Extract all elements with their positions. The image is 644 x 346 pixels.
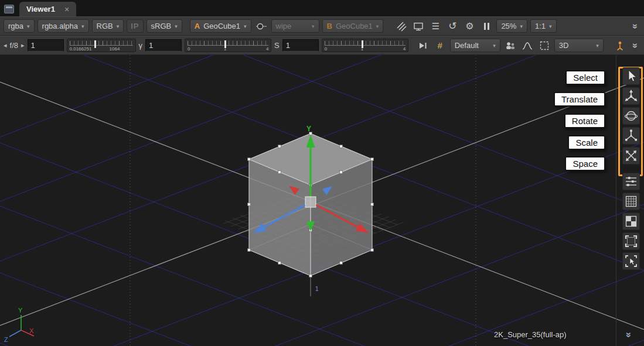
slider-baseline (188, 45, 268, 46)
gamma-tick-0: 0 (188, 46, 190, 52)
viewport-scene: 1 (0, 55, 644, 346)
axis-x-label: X (29, 327, 34, 334)
chevron-down-icon: ▾ (376, 23, 379, 29)
pause-icon[interactable] (479, 19, 493, 33)
pixel-aspect-label: 1:1 (535, 22, 546, 30)
input-process-toggle-icon[interactable] (416, 39, 430, 53)
input-process-button[interactable]: IP (127, 19, 143, 33)
saturation-slider-handle[interactable] (362, 40, 363, 48)
close-icon[interactable]: × (64, 5, 69, 14)
expand-toolbar-icon[interactable]: » (630, 40, 640, 51)
gamma-tick-4: 4 (266, 46, 268, 52)
chevron-down-icon: ▾ (596, 43, 599, 49)
side-toolbar-separator (616, 55, 616, 346)
grid-coord-label: 1 (315, 286, 319, 292)
gamma-slider-handle[interactable] (224, 40, 226, 48)
gain-max-label: 1064 (110, 46, 120, 52)
menu-lines-icon[interactable]: ☰ (428, 19, 442, 33)
interaction-mode-icon[interactable] (613, 39, 627, 53)
display-properties-button[interactable] (622, 173, 640, 190)
chevron-down-icon: ▾ (117, 23, 120, 29)
annotation-space: Space (565, 156, 605, 171)
colorspace-dropdown[interactable]: sRGB ▾ (146, 19, 182, 33)
input-a-label: GeoCube1 (203, 22, 240, 30)
tab-bar: Viewer1 × (0, 0, 644, 16)
translate-tool-button[interactable] (622, 87, 640, 105)
chevron-down-icon: ▾ (312, 23, 315, 29)
tab-viewer1[interactable]: Viewer1 × (19, 2, 76, 16)
checker-view-button[interactable] (622, 213, 640, 230)
gain-input[interactable] (28, 39, 64, 52)
input-a-dropdown[interactable]: A GeoCube1 ▾ (190, 19, 251, 33)
expand-toolbar-icon[interactable]: » (630, 21, 640, 32)
alpha-label: rgba.alpha (42, 22, 78, 30)
chevron-down-icon: ▾ (27, 23, 30, 29)
saturation-input[interactable] (282, 39, 319, 52)
viewer-toolbar-top: rgba ▾ rgba.alpha ▾ RGB ▾ IP sRGB ▾ A Ge… (0, 16, 644, 36)
scale-tool-button[interactable] (622, 127, 640, 145)
pixel-aspect-dropdown[interactable]: 1:1 ▾ (530, 19, 557, 33)
fstop-label: f/8 (10, 41, 18, 50)
side-toolbar (622, 67, 640, 272)
wipe-toggle-icon[interactable] (254, 19, 268, 33)
annotation-rotate: Rotate (564, 114, 605, 128)
space-tool-button[interactable] (622, 147, 640, 165)
gamma-symbol: γ (139, 41, 143, 50)
slider-baseline (70, 45, 133, 46)
marquee-select-icon[interactable] (537, 39, 551, 53)
view-mode-label: 3D (559, 41, 569, 50)
frame-cursor-icon (623, 253, 639, 269)
refresh-icon[interactable]: ↺ (445, 19, 459, 33)
frame-icon (623, 234, 639, 249)
zoom-dropdown[interactable]: 25% ▾ (496, 19, 527, 33)
alpha-channel-dropdown[interactable]: rgba.alpha ▾ (38, 19, 89, 33)
saturation-slider[interactable]: 0 1 4 (322, 39, 408, 52)
sat-tick-0: 0 (325, 46, 327, 52)
axis-z-label: Z (4, 336, 8, 343)
prev-arrow-icon[interactable]: ◂ (4, 42, 7, 49)
channels-dropdown[interactable]: rgba ▾ (4, 19, 35, 33)
select-tool-button[interactable] (622, 67, 640, 85)
gain-min-label: 0.0166251 (70, 46, 92, 52)
input-a-letter: A (195, 22, 200, 30)
axis-indicator: Y X Z (4, 307, 34, 343)
chevron-down-icon: ▾ (81, 23, 84, 29)
gamma-input[interactable] (145, 39, 182, 52)
cursor-icon (623, 68, 639, 84)
gamma-slider[interactable]: 0 1 4 (185, 39, 271, 52)
gear-icon[interactable]: ⚙ (462, 19, 476, 33)
sliders-icon (623, 174, 639, 189)
saturation-symbol: S (274, 41, 280, 50)
pane-icon[interactable] (4, 5, 14, 13)
wipe-dropdown[interactable]: wipe ▾ (271, 19, 319, 33)
guides-grid-icon[interactable]: # (433, 39, 447, 53)
display-mode-dropdown[interactable]: RGB ▾ (92, 19, 124, 33)
rotate-tool-button[interactable] (622, 107, 640, 125)
gizmo-center-handle[interactable] (305, 197, 316, 207)
lut-label: Default (455, 41, 479, 50)
proxy-stripes-icon[interactable] (394, 19, 408, 33)
viewer-toolbar-view: ◂ f/8 ▸ 0.0166251 1064 γ 0 1 4 S 0 1 4 #… (0, 36, 644, 55)
slider-baseline (325, 45, 406, 46)
monitor-output-icon[interactable] (411, 19, 425, 33)
people-icon[interactable] (503, 39, 517, 53)
chevron-down-icon: ▾ (549, 23, 552, 29)
gain-slider-handle[interactable] (94, 40, 96, 48)
scale-icon (623, 128, 639, 143)
input-b-dropdown[interactable]: B GeoCube1 ▾ (322, 19, 384, 33)
tab-label: Viewer1 (26, 5, 55, 13)
lut-dropdown[interactable]: Default ▾ (450, 39, 500, 52)
annotation-select: Select (565, 70, 605, 85)
pixel-grid-button[interactable] (622, 193, 640, 210)
annotation-scale: Scale (568, 135, 605, 150)
axis-y-label: Y (18, 307, 23, 314)
view-mode-dropdown[interactable]: 3D ▾ (554, 39, 604, 52)
viewport-3d[interactable]: 1 (0, 55, 644, 346)
frame-selected-button[interactable] (622, 252, 640, 270)
input-b-letter: B (327, 22, 332, 30)
next-arrow-icon[interactable]: ▸ (21, 42, 25, 49)
frame-view-button[interactable] (622, 232, 640, 250)
viewport-expand-icon[interactable]: » (622, 332, 634, 337)
curve-icon[interactable] (520, 39, 534, 53)
gain-slider[interactable]: 0.0166251 1064 (67, 39, 136, 52)
